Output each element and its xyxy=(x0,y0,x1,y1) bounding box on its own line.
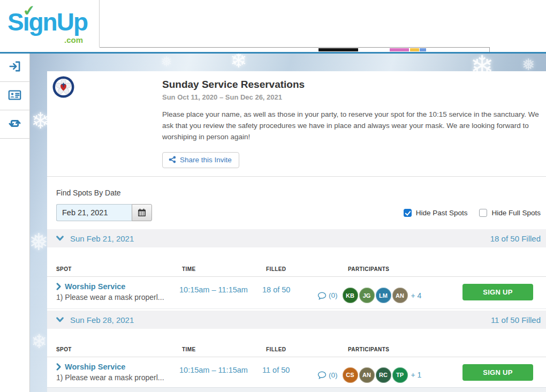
column-header-filled: FILLED xyxy=(262,346,317,352)
next-section-bar-cropped xyxy=(47,387,546,392)
logo-checkmark-icon: ✔ xyxy=(22,2,36,20)
spot-filters: Hide Past Spots Hide Full Spots xyxy=(404,209,541,217)
main-content-card: Sunday Service Reservations Sun Oct 11, … xyxy=(47,71,546,392)
participant-avatar[interactable]: TP xyxy=(392,367,408,383)
action-cell: SIGN UP xyxy=(422,357,546,387)
signup-logo-text: SıgnUp xyxy=(7,10,98,34)
page-title: Sunday Service Reservations xyxy=(162,79,541,91)
more-participants-link[interactable]: + 4 xyxy=(411,291,422,300)
column-header-participants: PARTICIPANTS xyxy=(317,266,422,272)
sign-up-button[interactable]: SIGN UP xyxy=(462,284,533,300)
sidebar-item-member-card[interactable] xyxy=(0,82,29,110)
sign-up-button[interactable]: SIGN UP xyxy=(462,364,533,381)
member-card-icon xyxy=(7,88,22,104)
event-description: Please place your name, as well as those… xyxy=(162,109,542,143)
spot-link[interactable]: Worship Service xyxy=(56,282,179,291)
spot-row: Worship Service 1) Please wear a mask pr… xyxy=(47,357,546,387)
spot-cell: Worship Service 1) Please wear a mask pr… xyxy=(47,357,179,387)
event-date-range: Sun Oct 11, 2020 – Sun Dec 26, 2021 xyxy=(162,93,541,101)
section-date: Sun Feb 28, 2021 xyxy=(70,315,134,325)
chevron-right-icon xyxy=(56,283,61,290)
spot-name: Worship Service xyxy=(65,282,125,291)
snowflake-decoration: ❅ xyxy=(161,55,172,69)
filters-section: Find Spots By Date xyxy=(47,177,546,229)
spot-note: 1) Please wear a mask properl... xyxy=(56,293,179,301)
column-header-spot: SPOT xyxy=(47,346,179,352)
comments-link[interactable]: (0) xyxy=(317,291,338,300)
sidebar-item-sign-in[interactable] xyxy=(0,54,29,82)
snowflake-decoration: ❄ xyxy=(31,332,47,351)
more-participants-link[interactable]: + 1 xyxy=(411,371,422,379)
sidebar-item-recurring[interactable] xyxy=(0,110,29,139)
filled-cell: 18 of 50 xyxy=(262,277,317,308)
spot-row: Worship Service 1) Please wear a mask pr… xyxy=(47,277,546,309)
participant-avatar[interactable]: KB xyxy=(343,288,358,303)
organization-logo xyxy=(52,76,74,98)
share-invite-label: Share this Invite xyxy=(180,156,232,164)
event-header: Sunday Service Reservations Sun Oct 11, … xyxy=(47,71,546,177)
time-cell: 10:15am – 11:15am xyxy=(179,277,262,308)
cropped-content-strip xyxy=(100,47,490,52)
spot-name: Worship Service xyxy=(65,363,125,371)
column-header-time: TIME xyxy=(179,266,262,272)
hide-past-spots-checkbox[interactable] xyxy=(404,209,412,217)
section-filled-summary: 11 of 50 Filled xyxy=(491,315,541,325)
snowflake-decoration: ❅ xyxy=(522,57,535,73)
top-bar: SıgnUp ✔ .com xyxy=(0,0,546,52)
filled-cell: 11 of 50 xyxy=(262,357,317,387)
calendar-icon xyxy=(138,208,146,217)
participant-avatar[interactable]: RC xyxy=(376,367,391,383)
find-spots-label: Find Spots By Date xyxy=(56,189,541,197)
time-cell: 10:15am – 11:15am xyxy=(179,357,262,387)
sidebar xyxy=(0,54,30,392)
table-header: SPOT TIME FILLED PARTICIPANTS xyxy=(47,247,546,277)
snowflake-decoration: ❅ xyxy=(29,230,49,254)
comment-count: (0) xyxy=(329,371,338,379)
hide-past-spots-label: Hide Past Spots xyxy=(416,209,468,217)
date-section-header[interactable]: Sun Feb 21, 2021 18 of 50 Filled xyxy=(47,229,546,247)
date-picker-group xyxy=(56,204,152,221)
action-cell: SIGN UP xyxy=(422,277,546,308)
column-header-filled: FILLED xyxy=(262,266,317,272)
comments-link[interactable]: (0) xyxy=(317,371,338,379)
spot-link[interactable]: Worship Service xyxy=(56,363,179,371)
recurring-icon xyxy=(7,116,22,133)
signup-logo-tld: .com xyxy=(64,35,83,44)
spot-cell: Worship Service 1) Please wear a mask pr… xyxy=(47,277,179,308)
date-input[interactable] xyxy=(56,204,132,221)
participants-cell: (0) KB JG LM AN + 4 xyxy=(317,277,422,308)
signup-logo[interactable]: SıgnUp ✔ .com xyxy=(7,10,98,47)
cropped-thumbnail xyxy=(410,48,419,51)
column-header-time: TIME xyxy=(179,346,262,352)
share-icon xyxy=(169,156,176,163)
share-invite-button[interactable]: Share this Invite xyxy=(162,152,239,168)
cropped-thumbnail xyxy=(318,48,358,51)
participant-avatar[interactable]: LM xyxy=(376,288,391,303)
participant-avatar[interactable]: CS xyxy=(343,367,358,383)
header-accent-line xyxy=(0,52,546,54)
table-header: SPOT TIME FILLED PARTICIPANTS xyxy=(47,329,546,357)
chevron-right-icon xyxy=(56,363,61,371)
section-date: Sun Feb 21, 2021 xyxy=(70,234,134,243)
divider xyxy=(99,0,100,47)
participant-avatar[interactable]: JG xyxy=(359,288,375,303)
cropped-thumbnail xyxy=(390,48,409,51)
comment-bubble-icon xyxy=(317,291,327,300)
spot-note: 1) Please wear a mask properl... xyxy=(56,373,179,382)
date-section-header[interactable]: Sun Feb 28, 2021 11 of 50 Filled xyxy=(47,311,546,329)
participant-avatar[interactable]: AN xyxy=(392,288,408,303)
hide-full-spots-checkbox[interactable] xyxy=(479,209,487,217)
column-header-participants: PARTICIPANTS xyxy=(317,346,422,352)
column-header-spot: SPOT xyxy=(47,266,179,272)
chevron-down-icon[interactable] xyxy=(56,236,64,241)
sign-in-icon xyxy=(8,59,22,76)
hide-past-spots-toggle[interactable]: Hide Past Spots xyxy=(404,209,468,217)
chevron-down-icon[interactable] xyxy=(56,317,64,322)
cropped-thumbnail xyxy=(420,48,426,51)
participant-avatar[interactable]: AN xyxy=(359,367,375,383)
participants-cell: (0) CS AN RC TP + 1 xyxy=(317,357,422,387)
hide-full-spots-toggle[interactable]: Hide Full Spots xyxy=(479,209,541,217)
hide-full-spots-label: Hide Full Spots xyxy=(491,209,541,217)
calendar-button[interactable] xyxy=(132,204,152,221)
comment-bubble-icon xyxy=(317,371,327,379)
